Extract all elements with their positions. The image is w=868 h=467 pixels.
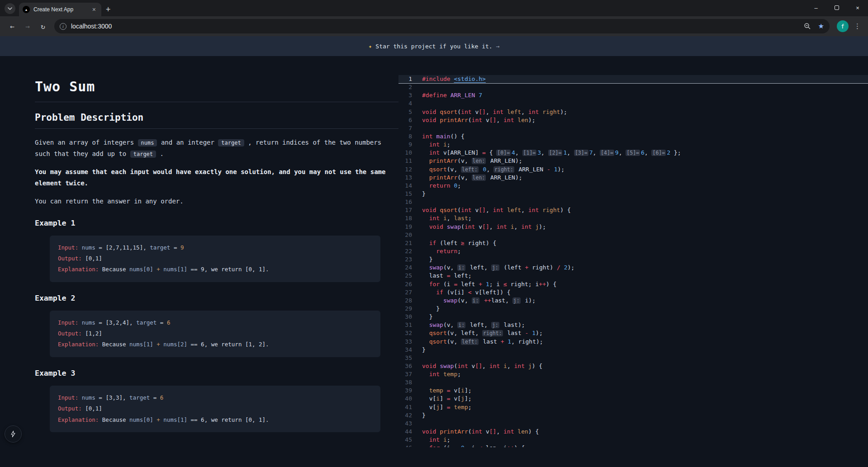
token: #include: [422, 75, 454, 82]
order-paragraph: You can return the answer in any order.: [35, 196, 398, 207]
token: 2: [564, 264, 568, 271]
site-info-icon[interactable]: i: [60, 23, 66, 30]
token: [3]=: [574, 150, 588, 156]
line-number: 5: [398, 108, 422, 116]
zoom-out-icon[interactable]: [804, 23, 811, 30]
token: qsort: [429, 166, 447, 173]
token: left: [507, 108, 521, 115]
token: Explanation:: [58, 266, 102, 273]
token: }: [429, 256, 433, 263]
tab-close-button[interactable]: ×: [90, 6, 98, 13]
token: j:: [512, 297, 521, 304]
token: [0,1]: [85, 255, 102, 262]
code-line: 24swap(v, i: left, j: (left + right) / 2…: [398, 264, 868, 272]
line-number: 43: [398, 420, 422, 428]
token: v: [482, 428, 489, 435]
token: );: [536, 330, 543, 336]
token: [6]=: [651, 150, 666, 156]
token: );: [539, 223, 546, 230]
star-project-banner[interactable]: ✦ Star this project if you like it. →: [0, 36, 868, 56]
title-divider: [35, 102, 398, 102]
token: v[: [429, 395, 436, 402]
token: , right);: [511, 338, 543, 345]
token: ,: [593, 149, 600, 156]
token: void: [422, 428, 440, 435]
token: ARR_LEN);: [487, 174, 522, 181]
token: left:: [461, 166, 479, 173]
token: Explanation:: [58, 416, 102, 423]
bookmark-star-icon[interactable]: ★: [818, 22, 824, 30]
token: ,: [515, 149, 522, 156]
page: ✦ Star this project if you like it. → Tw…: [0, 36, 868, 447]
token: int: [528, 108, 542, 115]
maximize-button[interactable]: [826, 0, 847, 15]
close-button[interactable]: ×: [847, 0, 868, 15]
browser-tab[interactable]: ▲ Create Next App ×: [19, 3, 101, 16]
token: 0: [461, 444, 465, 447]
line-number: 16: [398, 198, 422, 206]
code-line: 33qsort(v, left: last + 1, right);: [398, 338, 868, 346]
token: (v,: [443, 264, 457, 271]
token: last: [454, 215, 468, 222]
line-number: 44: [398, 428, 422, 436]
token: = [2,7,11,15],: [99, 244, 150, 251]
problem-paragraph: Given an array of integers nums and an i…: [35, 137, 398, 159]
line-content: qsort(v, left, right: last - 1);: [422, 329, 868, 337]
token: ,: [496, 428, 503, 435]
line-content: }: [422, 190, 868, 198]
line-number: 14: [398, 182, 422, 190]
minimize-button[interactable]: –: [806, 0, 826, 15]
token: 6: [160, 394, 164, 401]
line-number: 30: [398, 313, 422, 321]
reload-button[interactable]: ↻: [36, 19, 50, 33]
token: swap: [429, 264, 443, 271]
chevron-down-icon: [8, 7, 12, 10]
token: ;: [457, 248, 461, 255]
token: right): [528, 264, 557, 271]
token: nums[2]: [163, 341, 187, 348]
token: ARR_LEN);: [487, 157, 522, 164]
token: }: [436, 305, 440, 312]
token: [5]=: [626, 150, 640, 156]
token: if: [436, 289, 446, 296]
token: );: [568, 264, 575, 271]
url-bar[interactable]: i localhost:3000 ★: [54, 19, 830, 33]
token: ;: [447, 141, 451, 148]
line-content: }: [422, 411, 868, 420]
tab-search-button[interactable]: [5, 3, 15, 14]
token: j:: [491, 322, 499, 328]
line-number: 3: [398, 91, 422, 99]
line-number: 41: [398, 403, 422, 411]
back-button[interactable]: ←: [5, 19, 19, 33]
token: ,: [486, 166, 493, 173]
new-tab-button[interactable]: +: [106, 5, 110, 14]
token: left,: [466, 321, 491, 328]
code-line: 26for (i = left + 1; i ≤ right; i++) {: [398, 280, 868, 288]
profile-avatar[interactable]: f: [837, 20, 849, 32]
token: Given an array of integers: [35, 139, 138, 146]
token: i: [461, 387, 465, 394]
token: =: [447, 395, 451, 402]
token: ≤: [503, 281, 507, 288]
line-content: qsort(v, left: last + 1, right);: [422, 338, 868, 346]
token: == 6, we return [0, 1].: [187, 416, 269, 423]
menu-kebab-icon[interactable]: ⋮: [851, 22, 863, 30]
token: nums: [82, 244, 99, 251]
nextjs-dev-indicator-button[interactable]: [5, 425, 22, 443]
maximize-icon: [835, 5, 839, 10]
token: }: [422, 190, 426, 197]
forward-button[interactable]: →: [21, 19, 34, 33]
token: v: [475, 223, 482, 230]
token: =: [153, 394, 160, 401]
line-content: for (i = 0; i < len; i++) {: [422, 444, 868, 447]
line-content: [422, 420, 868, 428]
example-line: Output: [0,1]: [58, 253, 372, 264]
token: target: [130, 151, 156, 158]
url-text[interactable]: localhost:3000: [71, 23, 804, 30]
code-line: 9int i;: [398, 141, 868, 149]
site-favicon: ▲: [23, 6, 30, 13]
token: [443, 387, 447, 394]
code-line: 32qsort(v, left, right: last - 1);: [398, 329, 868, 337]
line-number: 35: [398, 354, 422, 362]
token: i:: [457, 322, 465, 328]
